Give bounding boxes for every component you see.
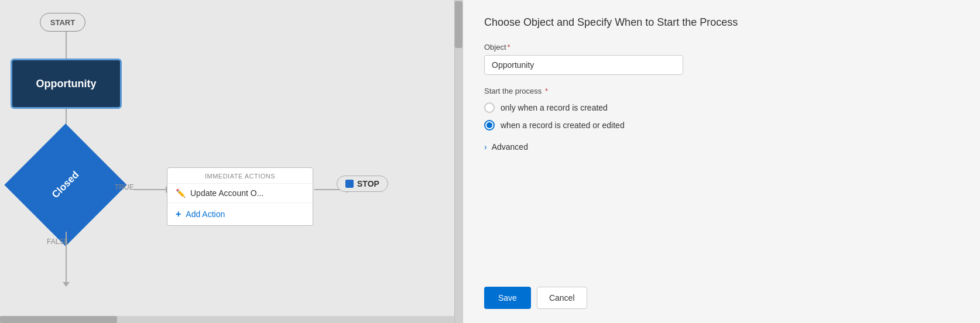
opportunity-label: Opportunity — [36, 78, 97, 90]
immediate-actions-header: IMMEDIATE ACTIONS — [167, 168, 313, 184]
start-label: START — [50, 18, 75, 27]
object-required-star: * — [508, 43, 510, 51]
update-action-label: Update Account O... — [190, 188, 263, 198]
stop-node: STOP — [337, 176, 388, 192]
start-node: START — [40, 13, 85, 32]
save-button[interactable]: Save — [484, 287, 531, 309]
start-process-required-star: * — [543, 87, 548, 95]
immediate-actions-box: IMMEDIATE ACTIONS ✏️ Update Account O...… — [167, 167, 313, 226]
advanced-row[interactable]: › Advanced — [484, 142, 959, 152]
closed-diamond[interactable] — [4, 123, 126, 246]
radio-item-created[interactable]: only when a record is created — [484, 102, 959, 113]
button-row: Save Cancel — [484, 287, 959, 309]
radio-text-created: only when a record is created — [501, 103, 608, 112]
stop-icon — [345, 180, 354, 188]
advanced-label: Advanced — [492, 142, 528, 152]
cancel-button[interactable]: Cancel — [537, 287, 587, 309]
start-process-label: Start the process * — [484, 87, 959, 95]
true-arrow — [133, 186, 170, 193]
radio-text-created-edited: when a record is created or edited — [501, 121, 625, 130]
flow-scrollbar[interactable] — [454, 0, 462, 323]
opportunity-node[interactable]: Opportunity — [11, 59, 122, 109]
object-input[interactable] — [484, 55, 683, 75]
radio-group: only when a record is created when a rec… — [484, 102, 959, 130]
scrollbar-thumb[interactable] — [455, 1, 462, 48]
object-label: Object* — [484, 43, 959, 51]
radio-circle-created-edited[interactable] — [484, 120, 495, 130]
plus-icon: + — [176, 209, 181, 219]
true-label: TRUE — [115, 183, 134, 191]
add-action-label: Add Action — [186, 209, 225, 219]
right-panel: Choose Object and Specify When to Start … — [463, 0, 980, 323]
false-arrow — [63, 232, 70, 287]
radio-circle-created[interactable] — [484, 102, 495, 113]
add-action-row[interactable]: + Add Action — [167, 203, 313, 225]
stop-label: STOP — [357, 179, 379, 188]
bottom-scrollbar[interactable] — [0, 316, 454, 323]
flow-diagram-panel: START Opportunity Closed TRUE IMMEDIATE … — [0, 0, 462, 323]
bottom-scrollbar-thumb[interactable] — [0, 316, 117, 323]
panel-title: Choose Object and Specify When to Start … — [484, 16, 959, 29]
radio-item-created-edited[interactable]: when a record is created or edited — [484, 120, 959, 130]
update-action-item[interactable]: ✏️ Update Account O... — [167, 184, 313, 203]
chevron-right-icon: › — [484, 142, 487, 152]
edit-icon: ✏️ — [176, 188, 186, 198]
